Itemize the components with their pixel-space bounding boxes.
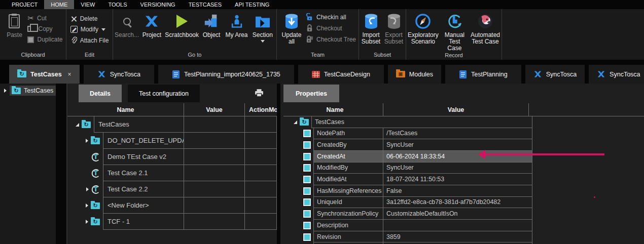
actionmode-cell[interactable] bbox=[245, 214, 277, 230]
actionmode-cell[interactable] bbox=[245, 133, 277, 149]
manual-test-case-button[interactable]: Manual Test Case bbox=[442, 11, 468, 52]
value-cell[interactable] bbox=[184, 133, 245, 149]
menu-testcases[interactable]: TESTCASES bbox=[182, 0, 228, 9]
actionmode-cell[interactable] bbox=[245, 181, 277, 197]
ribbon-group-edit: Delete Modify Attach File Edit bbox=[66, 9, 113, 60]
expand-arrow-icon[interactable] bbox=[86, 139, 88, 143]
property-row-description[interactable]: Description bbox=[287, 220, 532, 231]
menu-project[interactable]: PROJECT bbox=[5, 0, 44, 9]
tab-details[interactable]: Details bbox=[79, 85, 122, 102]
folder-cyan-icon bbox=[82, 121, 91, 128]
paste-button[interactable]: Paste bbox=[3, 11, 25, 38]
tab-testplanning[interactable]: TestPlanning bbox=[445, 65, 521, 84]
import-subset-button[interactable]: Import Subset bbox=[361, 11, 381, 45]
tab-testplanning-import[interactable]: TestPlanning_import240625_1735 bbox=[158, 65, 294, 84]
tree-row-do-not-delete[interactable]: DO_NOT_DELETE_UPDA... bbox=[67, 133, 277, 149]
play-icon bbox=[176, 15, 188, 28]
delete-button[interactable]: Delete bbox=[70, 15, 109, 22]
annotation-arrow bbox=[481, 153, 604, 155]
folder-cyan-icon bbox=[91, 138, 100, 144]
actionmode-cell[interactable] bbox=[245, 197, 277, 214]
tab-modules[interactable]: Modules bbox=[388, 65, 441, 84]
collapse-arrow-icon[interactable] bbox=[76, 123, 79, 127]
details-grid-header: Name Value ActionMode bbox=[67, 103, 277, 116]
duplicate-button[interactable]: Duplicate bbox=[27, 36, 62, 43]
expand-arrow-icon[interactable] bbox=[86, 220, 88, 224]
update-all-button[interactable]: Update all bbox=[279, 11, 304, 45]
copy-icon bbox=[27, 26, 33, 32]
tab-synctosca-2[interactable]: SyncTosca bbox=[525, 65, 585, 84]
tree-row-test-case-22[interactable]: Test Case 2.2 bbox=[67, 181, 277, 197]
ribbon-empty-space bbox=[502, 9, 644, 60]
menu-tools[interactable]: TOOLS bbox=[101, 0, 133, 9]
details-panel: Details Test configuration Name Value Ac… bbox=[67, 84, 277, 244]
value-cell[interactable] bbox=[184, 149, 245, 165]
property-row-synchronizationpolicy[interactable]: SynchronizationPolicy CustomizableDefaul… bbox=[287, 208, 532, 220]
property-row-hasmissingreferences[interactable]: HasMissingReferences False bbox=[287, 185, 532, 197]
tab-synctosca-3[interactable]: SyncTosca bbox=[589, 65, 644, 84]
property-row-nodepath[interactable]: NodePath /TestCases bbox=[287, 128, 532, 140]
collapse-arrow-icon[interactable] bbox=[294, 120, 297, 124]
value-cell[interactable] bbox=[184, 181, 245, 197]
attach-file-button[interactable]: Attach File bbox=[70, 36, 109, 44]
property-row-modifiedat[interactable]: ModifiedAt 18-07-2024 11:50:53 bbox=[287, 174, 532, 185]
value-cell[interactable] bbox=[184, 165, 245, 181]
tree-row-testcases[interactable]: TestCases bbox=[67, 116, 277, 133]
expand-arrow-icon[interactable] bbox=[4, 89, 7, 93]
project-button[interactable]: Project bbox=[140, 11, 164, 38]
object-button[interactable]: Object bbox=[200, 11, 223, 38]
exploratory-scenario-button[interactable]: Exploratory Scenario bbox=[408, 11, 439, 45]
value-cell[interactable] bbox=[184, 197, 245, 214]
scratchbook-button[interactable]: Scratchbook bbox=[165, 11, 199, 38]
actionmode-cell[interactable] bbox=[245, 149, 277, 165]
checkin-all-button[interactable]: Checkin all bbox=[306, 13, 356, 21]
automated-test-case-button[interactable]: Automated Test Case bbox=[471, 11, 500, 45]
modify-button[interactable]: Modify bbox=[70, 26, 109, 33]
column-header-value: Value bbox=[383, 103, 529, 116]
testcase-icon bbox=[91, 185, 100, 194]
folder-cyan-icon bbox=[12, 88, 21, 94]
cut-button[interactable]: ✂Cut bbox=[27, 14, 62, 22]
section-button[interactable]: Section bbox=[251, 11, 275, 43]
copy-button[interactable]: Copy bbox=[27, 25, 62, 32]
tab-properties[interactable]: Properties bbox=[283, 85, 339, 102]
annotation-dot bbox=[594, 196, 595, 198]
print-button[interactable] bbox=[255, 89, 264, 99]
property-row-uniqueid[interactable]: UniqueId 3a12ffd2-e8ca-cb78-381d-af7b7db… bbox=[287, 197, 532, 209]
compass-icon bbox=[415, 13, 431, 29]
export-subset-button[interactable]: Export Subset bbox=[383, 11, 404, 45]
value-cell[interactable] bbox=[184, 116, 245, 133]
tree-row-new-folder[interactable]: <New Folder> bbox=[67, 197, 277, 214]
tab-close-icon[interactable]: × bbox=[68, 71, 71, 78]
tab-testcases[interactable]: TestCases × bbox=[9, 65, 80, 84]
menu-home[interactable]: HOME bbox=[44, 0, 74, 9]
tab-synctosca-1[interactable]: SyncTosca bbox=[84, 65, 154, 84]
actionmode-cell[interactable] bbox=[245, 116, 277, 133]
property-row-createdby[interactable]: CreatedBy SyncUser bbox=[287, 139, 532, 151]
property-row-modifiedby[interactable]: ModifiedBy SyncUser bbox=[287, 162, 532, 174]
property-root-testcases[interactable]: TestCases bbox=[287, 116, 532, 128]
search-button[interactable]: Search... bbox=[115, 11, 139, 38]
value-cell[interactable] bbox=[184, 214, 245, 230]
expand-arrow-icon[interactable] bbox=[86, 187, 89, 191]
checkout-tree-button[interactable]: Checkout Tree bbox=[306, 35, 356, 43]
chevron-down-icon bbox=[101, 28, 105, 31]
tree-row-demo-test-case[interactable]: Demo TEst Case v2 bbox=[67, 149, 277, 165]
tab-testcasedesign[interactable]: TestCaseDesign bbox=[298, 65, 384, 84]
expand-arrow-icon[interactable] bbox=[86, 204, 88, 208]
menu-versioning[interactable]: VERSIONING bbox=[134, 0, 182, 9]
tree-row-test-case-21[interactable]: Test Case 2.1 bbox=[67, 165, 277, 181]
property-row-createdat[interactable]: CreatedAt 06-06-2024 18:33:54 bbox=[287, 151, 532, 162]
navigator-item-testcases[interactable]: TestCases bbox=[0, 86, 56, 96]
panel-splitter[interactable] bbox=[277, 84, 280, 244]
my-area-button[interactable]: My Area bbox=[224, 11, 249, 38]
checkout-button[interactable]: Checkout bbox=[306, 24, 356, 32]
menu-api-testing[interactable]: API TESTING bbox=[228, 0, 276, 9]
menu-view[interactable]: VIEW bbox=[74, 0, 101, 9]
property-row-revision[interactable]: Revision 3859 bbox=[287, 231, 532, 243]
panel-divider[interactable] bbox=[56, 84, 67, 244]
tab-test-configuration[interactable]: Test configuration bbox=[128, 85, 200, 102]
scissors-icon: ✂ bbox=[27, 14, 34, 22]
tree-row-tcf-1[interactable]: TCF - 1 bbox=[67, 214, 277, 230]
actionmode-cell[interactable] bbox=[245, 165, 277, 181]
